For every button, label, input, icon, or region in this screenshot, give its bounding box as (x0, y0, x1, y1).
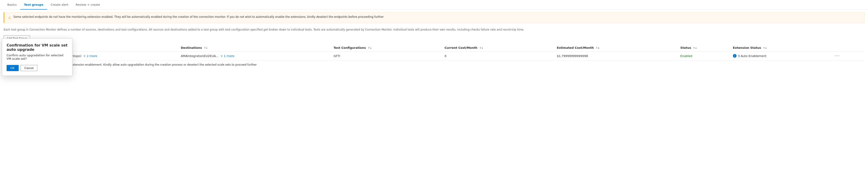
tab-basics[interactable]: Basics (4, 0, 20, 9)
test-groups-table-container: Name ↑↓ Sources ↑↓ Destinations ↑↓ Test … (0, 44, 868, 60)
col-actions (833, 44, 864, 52)
sources-more-link[interactable]: + 2 more (83, 54, 97, 58)
table-header-row: Name ↑↓ Sources ↑↓ Destinations ↑↓ Test … (4, 44, 864, 52)
cell-current-cost: 0 (444, 52, 557, 60)
table-row: SCFAC Vnet1(anujaintopo) + 2 more AMAInt… (4, 52, 864, 60)
extension-status-wrapper: i 3 Auto Enablement (733, 54, 830, 58)
sort-icon-estimated-cost: ↑↓ (596, 47, 600, 49)
sort-icon-current-cost: ↑↓ (479, 47, 483, 49)
cell-more-options: ··· (833, 52, 864, 60)
modal-body: Confirm auto upgradation for selected VM… (7, 54, 68, 60)
status-value: Enabled (680, 54, 692, 58)
network-watcher-section: Enable Network watcher extension i (4, 70, 864, 74)
extension-status-icon: i (733, 54, 737, 58)
tab-create-alert[interactable]: Create alert (47, 0, 72, 9)
sort-icon-test-configs: ↑↓ (368, 47, 372, 49)
warning-banner: ⚠ Some selected endpoints do not have th… (4, 12, 864, 23)
col-current-cost[interactable]: Current Cost/Month ↑↓ (444, 44, 557, 52)
auto-upgrade-warning: Selected scale sets require VM Network W… (4, 61, 864, 68)
destinations-more-link[interactable]: + 1 more (220, 54, 234, 58)
modal-ok-button[interactable]: OK (7, 65, 19, 71)
modal-cancel-button[interactable]: Cancel (21, 65, 37, 71)
cell-extension-status: i 3 Auto Enablement (733, 52, 833, 60)
modal-title: Confirmation for VM scale set auto upgra… (7, 43, 68, 52)
cell-estimated-cost: $1.79999999999998 (557, 52, 680, 60)
tab-review-create[interactable]: Review + create (72, 0, 104, 9)
col-status[interactable]: Status ↑↓ (680, 44, 733, 52)
confirmation-dialog: Confirmation for VM scale set auto upgra… (2, 38, 72, 76)
cell-status: Enabled (680, 52, 733, 60)
sort-icon-status: ↑↓ (693, 47, 697, 49)
cell-destinations: AMAIntegrationEU2EUA... + 1 more (181, 52, 334, 60)
tab-test-groups[interactable]: Test groups (20, 0, 47, 9)
description-text: Each test group in Connection Monitor de… (0, 26, 868, 34)
nav-tabs: Basics Test groups Create alert Review +… (0, 0, 868, 9)
col-extension-status[interactable]: Extension Status ↑↓ (733, 44, 833, 52)
warning-icon: ⚠ (8, 15, 11, 21)
col-destinations[interactable]: Destinations ↑↓ (181, 44, 334, 52)
row-more-options-button[interactable]: ··· (833, 52, 842, 59)
extension-status-text: 3 Auto Enablement (738, 54, 766, 58)
modal-footer: OK Cancel (7, 65, 68, 71)
sort-icon-ext-status: ↑↓ (763, 47, 767, 49)
sort-icon-destinations: ↑↓ (204, 47, 208, 49)
col-test-configurations[interactable]: Test Configurations ↑↓ (334, 44, 444, 52)
cell-test-configurations: GFTI (334, 52, 444, 60)
destinations-primary: AMAIntegrationEU2EUA... (181, 54, 218, 58)
test-groups-table: Name ↑↓ Sources ↑↓ Destinations ↑↓ Test … (4, 44, 864, 60)
col-estimated-cost[interactable]: Estimated Cost/Month ↑↓ (557, 44, 680, 52)
warning-text: Some selected endpoints do not have the … (13, 15, 384, 19)
